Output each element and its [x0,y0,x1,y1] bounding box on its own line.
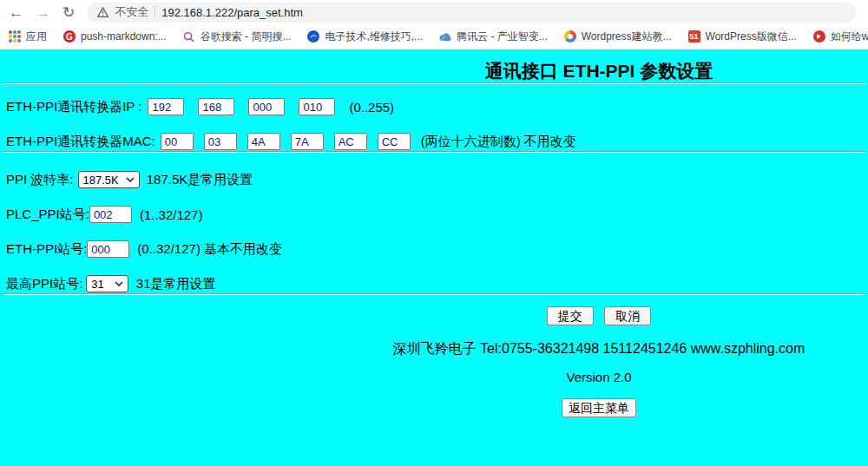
back-icon[interactable]: ← [9,5,23,20]
mac-byte-3-input[interactable] [247,133,280,150]
max-station-row: 最高PPI站号: 31 31是常用设置 [0,274,868,293]
ip-octet-3-input[interactable] [248,98,285,115]
not-secure-warning-icon [97,7,108,17]
back-button-row: 返回主菜单 [330,398,868,418]
submit-button[interactable]: 提交 [547,306,594,325]
eth-station-row: ETH-PPI站号: (0..32/127) 基本不用改变 [0,240,868,259]
mac-byte-2-input[interactable] [204,133,237,150]
page-content: 通讯接口 ETH-PPI 参数设置 ETH-PPI通讯转换器IP : (0..2… [0,49,868,466]
cloud-icon [439,30,451,43]
ip-octet-1-input[interactable] [148,98,184,115]
security-label: 不安全 [115,4,148,20]
mac-byte-4-input[interactable] [291,133,324,150]
cancel-button[interactable]: 取消 [604,306,651,325]
bookmark-apps[interactable]: 应用 [9,30,47,44]
baud-rate-select[interactable]: 187.5K [78,171,140,188]
fifty-one-badge-icon: 51 [688,30,700,43]
action-buttons: 提交 取消 [330,306,868,325]
plc-station-input[interactable] [89,206,132,223]
mac-label: ETH-PPI通讯转换器MAC: [6,134,155,150]
version-text: Version 2.0 [330,370,868,385]
colored-circle-icon [564,30,576,43]
bookmark-push-markdown[interactable]: G push-markdown:... [63,30,167,43]
company-info: 深圳飞羚电子 Tel:0755-36321498 15112451246 www… [330,340,868,357]
bookmark-wordpress-wechat[interactable]: 51 WordPress版微信... [688,30,797,44]
divider [3,82,865,84]
blue-globe-icon [307,30,319,43]
chevron-down-icon [115,281,123,286]
ip-label: ETH-PPI通讯转换器IP : [6,99,141,115]
baud-rate-hint: 187.5K是常用设置 [147,172,253,188]
plc-station-row: PLC_PPI站号: (1..32/127) [0,205,868,224]
max-station-label: 最高PPI站号: [6,276,82,292]
bookmark-google-search[interactable]: 谷歌搜索 - 简明搜... [183,30,292,44]
plc-station-label: PLC_PPI站号: [6,207,89,223]
red-arrow-icon [813,30,825,43]
plc-station-hint: (1..32/127) [140,207,203,222]
baud-rate-label: PPI 波特率: [6,172,74,188]
ip-octet-4-input[interactable] [299,98,335,115]
eth-station-hint: (0..32/127) 基本不用改变 [137,241,282,258]
bookmark-electronics[interactable]: 电子技术,维修技巧,... [307,30,423,44]
divider [3,151,865,153]
mac-byte-1-input[interactable] [161,133,194,150]
browser-toolbar: ← → ↻ 不安全 192.168.1.222/para_set.htm [0,0,868,24]
eth-station-input[interactable] [87,240,129,258]
back-to-main-menu-button[interactable]: 返回主菜单 [562,398,636,417]
apps-grid-icon [9,30,21,43]
search-icon [183,30,195,43]
bookmarks-bar: 应用 G push-markdown:... 谷歌搜索 - 简明搜... 电子技… [0,24,868,49]
bookmark-wordpress-howto[interactable]: 如何给wordpress... [813,30,868,44]
mac-byte-6-input[interactable] [378,133,411,150]
bookmark-wordpress-tutorial[interactable]: Wordpress建站教... [564,30,672,44]
ip-row: ETH-PPI通讯转换器IP : (0..255) [0,97,868,116]
divider [3,293,865,295]
ip-range-hint: (0..255) [349,100,394,115]
url-text: 192.168.1.222/para_set.htm [161,6,303,19]
max-station-selected-value: 31 [91,278,103,291]
max-station-hint: 31是常用设置 [136,276,216,292]
g-logo-icon: G [63,30,76,43]
ip-octet-2-input[interactable] [198,98,234,115]
baud-rate-selected-value: 187.5K [83,174,119,187]
bookmark-tencent-cloud[interactable]: 腾讯云 - 产业智变... [439,30,548,44]
address-separator [155,6,155,18]
mac-hint: (两位十六进制数) 不用改变 [421,134,576,150]
baud-rate-row: PPI 波特率: 187.5K 187.5K是常用设置 [0,170,868,189]
eth-station-label: ETH-PPI站号: [6,241,87,258]
mac-row: ETH-PPI通讯转换器MAC: (两位十六进制数) 不用改变 [0,132,868,151]
address-bar[interactable]: 不安全 192.168.1.222/para_set.htm [87,3,856,23]
max-station-select[interactable]: 31 [86,275,128,292]
forward-icon[interactable]: → [36,5,50,20]
chevron-down-icon [126,177,135,182]
page-title: 通讯接口 ETH-PPI 参数设置 [330,60,868,82]
mac-byte-5-input[interactable] [334,133,367,150]
reload-icon[interactable]: ↻ [62,5,75,20]
